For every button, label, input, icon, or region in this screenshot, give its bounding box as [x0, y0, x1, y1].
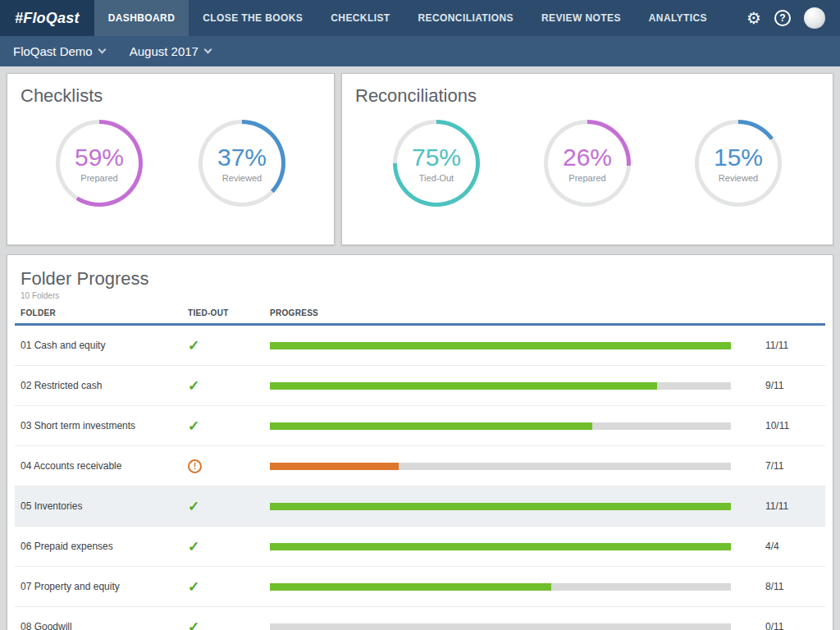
donut-label: Prepared	[80, 173, 117, 183]
progress-fraction: 11/11	[747, 340, 819, 351]
floqast-logo[interactable]: #FloQast	[0, 0, 94, 36]
progress-fraction: 4/4	[747, 541, 819, 552]
tied-out-status: ✓	[188, 377, 270, 395]
donut-percent: 15%	[714, 144, 763, 171]
progress-bar-fill	[270, 342, 731, 349]
table-row[interactable]: 03 Short term investments ✓ 10/11	[15, 406, 825, 446]
help-icon[interactable]: ?	[774, 10, 791, 26]
tied-out-warning-icon: !	[188, 459, 202, 473]
table-row[interactable]: 02 Restricted cash ✓ 9/11	[15, 366, 825, 406]
reconciliations-title: Reconciliations	[342, 74, 833, 107]
progress-cell	[270, 422, 747, 430]
progress-bar-fill	[270, 583, 551, 591]
progress-bar-track	[270, 543, 731, 550]
company-selector[interactable]: FloQast Demo	[13, 44, 105, 58]
progress-bar-fill	[270, 503, 731, 510]
progress-fraction: 0/11	[747, 621, 819, 630]
table-row[interactable]: 08 Goodwill ✓ 0/11	[15, 607, 825, 630]
table-row[interactable]: 04 Accounts receivable ! 7/11	[15, 446, 825, 486]
progress-fraction: 10/11	[747, 420, 819, 431]
table-row[interactable]: 07 Property and equity ✓ 8/11	[15, 567, 825, 607]
progress-bar-track	[270, 382, 731, 390]
nav-item-checklist[interactable]: CHECKLIST	[317, 0, 404, 36]
folder-name: 05 Inventories	[21, 500, 188, 512]
progress-cell	[270, 623, 747, 630]
folder-table-body: 01 Cash and equity ✓ 11/11 02 Restricted…	[15, 326, 825, 630]
folder-count: 10 Folders	[7, 290, 833, 300]
progress-cell	[270, 583, 747, 591]
folder-progress-card: Folder Progress 10 Folders FOLDER TIED-O…	[7, 254, 833, 630]
tied-out-status: !	[188, 459, 270, 473]
donut-label: Reviewed	[222, 173, 262, 183]
progress-bar-track	[270, 623, 731, 630]
period-name: August 2017	[130, 44, 199, 58]
progress-bar-fill	[270, 463, 399, 470]
donut-reconciliations-tied-out: 75% Tied-Out	[393, 120, 480, 207]
folder-name: 03 Short term investments	[21, 420, 188, 431]
nav-item-dashboard[interactable]: DASHBOARD	[94, 0, 189, 36]
folder-name: 01 Cash and equity	[21, 340, 188, 351]
user-avatar[interactable]	[804, 7, 825, 29]
folder-name: 06 Prepaid expenses	[21, 541, 188, 552]
nav-item-close-the-books[interactable]: CLOSE THE BOOKS	[189, 0, 317, 36]
donut-label: Reviewed	[719, 173, 758, 183]
nav-item-analytics[interactable]: ANALYTICS	[635, 0, 721, 36]
progress-fraction: 11/11	[747, 500, 819, 512]
donut-label: Tied-Out	[419, 173, 454, 183]
folder-table: FOLDER TIED-OUT PROGRESS 01 Cash and equ…	[15, 308, 825, 630]
period-selector[interactable]: August 2017	[130, 44, 211, 58]
folder-name: 08 Goodwill	[21, 621, 188, 630]
nav-right-icons: ⚙ ?	[746, 0, 840, 36]
checklists-title: Checklists	[7, 74, 334, 107]
column-header-tied-out: TIED-OUT	[188, 308, 270, 317]
folder-progress-title: Folder Progress	[7, 255, 833, 290]
table-row[interactable]: 05 Inventories ✓ 11/11	[15, 486, 825, 527]
donut-ring: 59% Prepared	[56, 120, 143, 207]
table-row[interactable]: 01 Cash and equity ✓ 11/11	[15, 326, 825, 366]
tied-out-check-icon: ✓	[188, 499, 199, 514]
tied-out-check-icon: ✓	[188, 579, 199, 595]
nav-item-review-notes[interactable]: REVIEW NOTES	[527, 0, 635, 36]
donut-checklists-reviewed: 37% Reviewed	[199, 120, 285, 207]
sub-header: FloQast Demo August 2017	[0, 36, 840, 66]
progress-fraction: 8/11	[747, 581, 819, 592]
donut-reconciliations-reviewed: 15% Reviewed	[695, 120, 782, 207]
donut-percent: 26%	[563, 144, 612, 171]
folder-name: 04 Accounts receivable	[21, 460, 188, 472]
column-header-progress: PROGRESS	[270, 308, 747, 317]
progress-bar-track	[270, 463, 731, 470]
progress-bar-track	[270, 422, 731, 430]
tied-out-status: ✓	[188, 578, 270, 596]
tied-out-check-icon: ✓	[188, 539, 199, 555]
chevron-down-icon	[204, 46, 212, 54]
reconciliations-card: Reconciliations 75% Tied-Out 26% Prepa	[341, 73, 833, 245]
progress-cell	[270, 382, 747, 390]
settings-gear-icon[interactable]: ⚙	[746, 10, 761, 26]
progress-cell	[270, 342, 747, 349]
column-header-folder: FOLDER	[21, 308, 188, 317]
folder-name: 02 Restricted cash	[21, 380, 188, 391]
progress-fraction: 7/11	[747, 460, 819, 472]
progress-bar-track	[270, 583, 731, 591]
nav-item-reconciliations[interactable]: RECONCILIATIONS	[404, 0, 527, 36]
top-nav: #FloQast DASHBOARD CLOSE THE BOOKS CHECK…	[0, 0, 840, 36]
progress-cell	[270, 543, 747, 550]
progress-bar-fill	[270, 422, 592, 430]
chevron-down-icon	[98, 46, 106, 54]
tied-out-status: ✓	[188, 337, 270, 354]
table-row[interactable]: 06 Prepaid expenses ✓ 4/4	[15, 527, 825, 567]
donut-ring: 15% Reviewed	[695, 120, 782, 207]
progress-cell	[270, 503, 747, 510]
tied-out-check-icon: ✓	[188, 619, 199, 630]
main-content: Checklists 59% Prepared 37% Reviewed	[0, 66, 840, 630]
tied-out-status: ✓	[188, 498, 270, 515]
donut-percent: 75%	[412, 144, 461, 171]
donut-ring: 26% Prepared	[544, 120, 631, 207]
tied-out-status: ✓	[188, 538, 270, 555]
progress-cell	[270, 463, 747, 470]
company-name: FloQast Demo	[13, 44, 93, 58]
donut-percent: 37%	[217, 144, 267, 171]
folder-name: 07 Property and equity	[21, 581, 188, 592]
tied-out-status: ✓	[188, 418, 270, 435]
progress-bar-track	[270, 342, 731, 349]
